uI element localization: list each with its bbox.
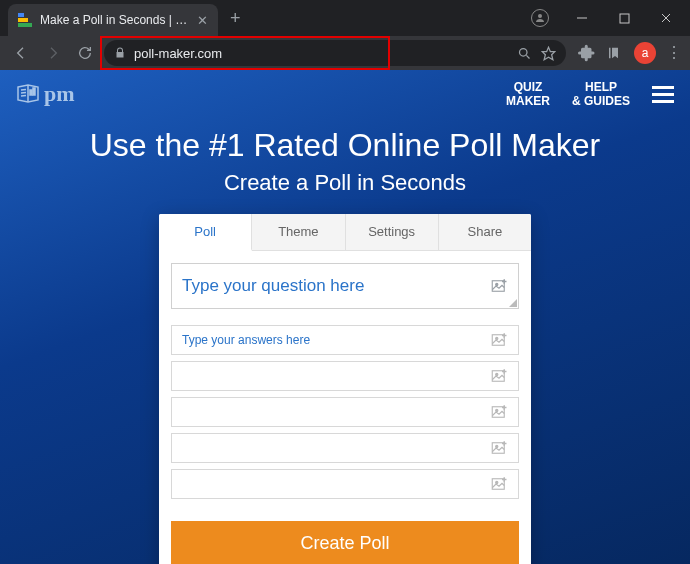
menu-button[interactable]: ⋮	[666, 45, 682, 61]
profile-avatar[interactable]: a	[634, 42, 656, 64]
url-text: poll-maker.com	[134, 46, 508, 61]
media-control-icon[interactable]	[606, 44, 624, 62]
favicon-icon	[18, 13, 32, 27]
resize-handle-icon[interactable]	[509, 299, 517, 307]
svg-rect-9	[33, 88, 35, 95]
answer-input[interactable]	[182, 477, 490, 491]
answer-field	[171, 397, 519, 427]
answer-field	[171, 469, 519, 499]
add-image-icon[interactable]	[490, 403, 508, 421]
close-button[interactable]	[646, 4, 686, 32]
logo-icon	[16, 84, 40, 104]
question-input[interactable]	[182, 276, 490, 296]
answer-field	[171, 361, 519, 391]
reload-button[interactable]	[72, 40, 98, 66]
tab-poll[interactable]: Poll	[159, 214, 252, 251]
svg-rect-2	[620, 14, 629, 23]
maximize-button[interactable]	[604, 4, 644, 32]
address-bar[interactable]: poll-maker.com	[104, 40, 566, 66]
tab-theme[interactable]: Theme	[252, 214, 345, 250]
tab-share[interactable]: Share	[439, 214, 531, 250]
logo-text: pm	[44, 81, 75, 107]
answer-field	[171, 325, 519, 355]
svg-point-0	[538, 14, 542, 18]
browser-tab[interactable]: Make a Poll in Seconds | Free & U ✕	[8, 4, 218, 36]
nav-help-guides[interactable]: HELP & GUIDES	[572, 80, 630, 109]
add-image-icon[interactable]	[490, 277, 508, 295]
search-icon[interactable]	[516, 46, 532, 61]
svg-line-6	[526, 55, 529, 58]
poll-card: Poll Theme Settings Share Create Poll	[159, 214, 531, 564]
card-tabs: Poll Theme Settings Share	[159, 214, 531, 251]
nav-quiz-maker[interactable]: QUIZ MAKER	[506, 80, 550, 109]
hamburger-menu-icon[interactable]	[652, 86, 674, 103]
svg-rect-8	[30, 90, 32, 95]
answer-input[interactable]	[182, 333, 490, 347]
svg-point-5	[519, 48, 527, 56]
back-button[interactable]	[8, 40, 34, 66]
site-logo[interactable]: pm	[16, 81, 75, 107]
tab-settings[interactable]: Settings	[346, 214, 439, 250]
new-tab-button[interactable]: +	[218, 8, 253, 29]
question-field-wrapper	[171, 263, 519, 309]
answer-input[interactable]	[182, 369, 490, 383]
tab-close-icon[interactable]: ✕	[197, 13, 208, 28]
add-image-icon[interactable]	[490, 331, 508, 349]
add-image-icon[interactable]	[490, 367, 508, 385]
create-poll-button[interactable]: Create Poll	[171, 521, 519, 564]
tab-title: Make a Poll in Seconds | Free & U	[40, 13, 189, 27]
svg-marker-7	[542, 47, 555, 60]
answer-input[interactable]	[182, 405, 490, 419]
avatar-letter: a	[642, 46, 649, 60]
add-image-icon[interactable]	[490, 475, 508, 493]
user-profile-icon[interactable]	[520, 4, 560, 32]
forward-button[interactable]	[40, 40, 66, 66]
extensions-icon[interactable]	[578, 44, 596, 62]
page-title: Use the #1 Rated Online Poll Maker	[0, 127, 690, 164]
answer-input[interactable]	[182, 441, 490, 455]
page-subtitle: Create a Poll in Seconds	[0, 170, 690, 196]
minimize-button[interactable]	[562, 4, 602, 32]
lock-icon	[114, 47, 126, 59]
add-image-icon[interactable]	[490, 439, 508, 457]
answer-field	[171, 433, 519, 463]
bookmark-icon[interactable]	[540, 46, 556, 61]
